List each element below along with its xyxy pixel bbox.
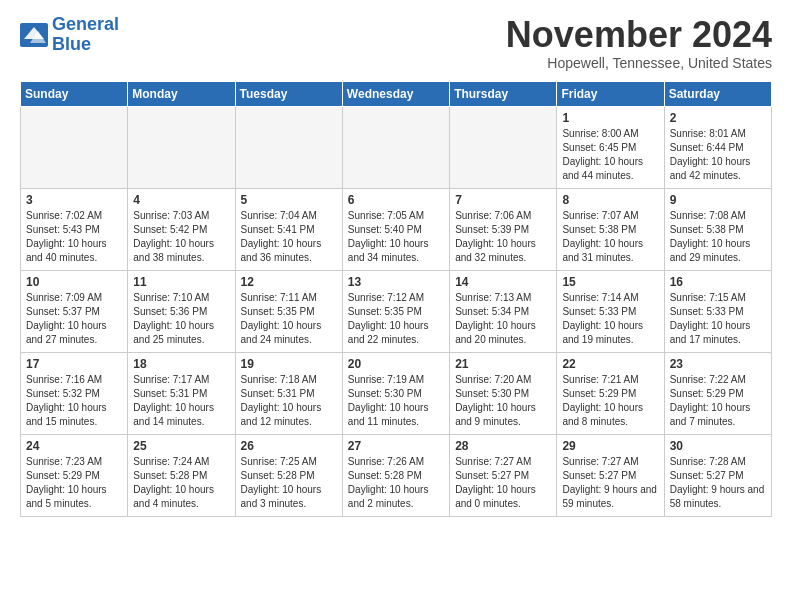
calendar-cell: 16Sunrise: 7:15 AM Sunset: 5:33 PM Dayli… — [664, 270, 771, 352]
day-number: 26 — [241, 439, 337, 453]
calendar-cell: 20Sunrise: 7:19 AM Sunset: 5:30 PM Dayli… — [342, 352, 449, 434]
day-number: 5 — [241, 193, 337, 207]
day-info: Sunrise: 8:01 AM Sunset: 6:44 PM Dayligh… — [670, 127, 766, 183]
calendar-cell: 19Sunrise: 7:18 AM Sunset: 5:31 PM Dayli… — [235, 352, 342, 434]
weekday-header-tuesday: Tuesday — [235, 81, 342, 106]
calendar-cell — [21, 106, 128, 188]
day-info: Sunrise: 7:09 AM Sunset: 5:37 PM Dayligh… — [26, 291, 122, 347]
day-number: 23 — [670, 357, 766, 371]
day-info: Sunrise: 7:22 AM Sunset: 5:29 PM Dayligh… — [670, 373, 766, 429]
day-number: 21 — [455, 357, 551, 371]
day-info: Sunrise: 7:27 AM Sunset: 5:27 PM Dayligh… — [562, 455, 658, 511]
day-number: 15 — [562, 275, 658, 289]
day-number: 2 — [670, 111, 766, 125]
calendar-cell — [450, 106, 557, 188]
calendar-cell: 24Sunrise: 7:23 AM Sunset: 5:29 PM Dayli… — [21, 434, 128, 516]
day-number: 19 — [241, 357, 337, 371]
calendar-cell: 1Sunrise: 8:00 AM Sunset: 6:45 PM Daylig… — [557, 106, 664, 188]
day-number: 18 — [133, 357, 229, 371]
day-number: 9 — [670, 193, 766, 207]
weekday-header-saturday: Saturday — [664, 81, 771, 106]
weekday-header-sunday: Sunday — [21, 81, 128, 106]
calendar-cell — [235, 106, 342, 188]
weekday-header-row: SundayMondayTuesdayWednesdayThursdayFrid… — [21, 81, 772, 106]
calendar-cell: 3Sunrise: 7:02 AM Sunset: 5:43 PM Daylig… — [21, 188, 128, 270]
day-number: 25 — [133, 439, 229, 453]
day-info: Sunrise: 7:16 AM Sunset: 5:32 PM Dayligh… — [26, 373, 122, 429]
calendar-cell: 6Sunrise: 7:05 AM Sunset: 5:40 PM Daylig… — [342, 188, 449, 270]
day-info: Sunrise: 7:08 AM Sunset: 5:38 PM Dayligh… — [670, 209, 766, 265]
day-number: 17 — [26, 357, 122, 371]
day-info: Sunrise: 7:21 AM Sunset: 5:29 PM Dayligh… — [562, 373, 658, 429]
calendar-cell: 30Sunrise: 7:28 AM Sunset: 5:27 PM Dayli… — [664, 434, 771, 516]
day-number: 24 — [26, 439, 122, 453]
day-info: Sunrise: 7:03 AM Sunset: 5:42 PM Dayligh… — [133, 209, 229, 265]
calendar-cell: 13Sunrise: 7:12 AM Sunset: 5:35 PM Dayli… — [342, 270, 449, 352]
calendar-cell: 21Sunrise: 7:20 AM Sunset: 5:30 PM Dayli… — [450, 352, 557, 434]
calendar-cell: 10Sunrise: 7:09 AM Sunset: 5:37 PM Dayli… — [21, 270, 128, 352]
logo-icon — [20, 23, 48, 47]
calendar-cell: 15Sunrise: 7:14 AM Sunset: 5:33 PM Dayli… — [557, 270, 664, 352]
day-info: Sunrise: 7:02 AM Sunset: 5:43 PM Dayligh… — [26, 209, 122, 265]
day-number: 7 — [455, 193, 551, 207]
week-row-2: 3Sunrise: 7:02 AM Sunset: 5:43 PM Daylig… — [21, 188, 772, 270]
day-number: 8 — [562, 193, 658, 207]
day-number: 14 — [455, 275, 551, 289]
title-block: November 2024 Hopewell, Tennessee, Unite… — [506, 15, 772, 71]
calendar-cell: 26Sunrise: 7:25 AM Sunset: 5:28 PM Dayli… — [235, 434, 342, 516]
calendar-cell: 12Sunrise: 7:11 AM Sunset: 5:35 PM Dayli… — [235, 270, 342, 352]
day-info: Sunrise: 7:14 AM Sunset: 5:33 PM Dayligh… — [562, 291, 658, 347]
calendar-cell — [342, 106, 449, 188]
day-info: Sunrise: 7:26 AM Sunset: 5:28 PM Dayligh… — [348, 455, 444, 511]
month-title: November 2024 — [506, 15, 772, 55]
day-number: 12 — [241, 275, 337, 289]
logo-line1: General — [52, 14, 119, 34]
day-number: 11 — [133, 275, 229, 289]
weekday-header-thursday: Thursday — [450, 81, 557, 106]
calendar-cell: 8Sunrise: 7:07 AM Sunset: 5:38 PM Daylig… — [557, 188, 664, 270]
day-number: 16 — [670, 275, 766, 289]
logo-line2: Blue — [52, 34, 91, 54]
calendar-cell: 9Sunrise: 7:08 AM Sunset: 5:38 PM Daylig… — [664, 188, 771, 270]
day-info: Sunrise: 7:11 AM Sunset: 5:35 PM Dayligh… — [241, 291, 337, 347]
day-info: Sunrise: 7:06 AM Sunset: 5:39 PM Dayligh… — [455, 209, 551, 265]
day-info: Sunrise: 7:25 AM Sunset: 5:28 PM Dayligh… — [241, 455, 337, 511]
calendar-cell: 29Sunrise: 7:27 AM Sunset: 5:27 PM Dayli… — [557, 434, 664, 516]
day-info: Sunrise: 7:24 AM Sunset: 5:28 PM Dayligh… — [133, 455, 229, 511]
week-row-4: 17Sunrise: 7:16 AM Sunset: 5:32 PM Dayli… — [21, 352, 772, 434]
day-info: Sunrise: 7:15 AM Sunset: 5:33 PM Dayligh… — [670, 291, 766, 347]
day-number: 27 — [348, 439, 444, 453]
day-info: Sunrise: 7:19 AM Sunset: 5:30 PM Dayligh… — [348, 373, 444, 429]
calendar-cell: 25Sunrise: 7:24 AM Sunset: 5:28 PM Dayli… — [128, 434, 235, 516]
day-number: 29 — [562, 439, 658, 453]
day-number: 10 — [26, 275, 122, 289]
day-info: Sunrise: 7:13 AM Sunset: 5:34 PM Dayligh… — [455, 291, 551, 347]
calendar-table: SundayMondayTuesdayWednesdayThursdayFrid… — [20, 81, 772, 517]
page-header: General Blue November 2024 Hopewell, Ten… — [20, 15, 772, 71]
calendar-cell: 11Sunrise: 7:10 AM Sunset: 5:36 PM Dayli… — [128, 270, 235, 352]
calendar-cell: 17Sunrise: 7:16 AM Sunset: 5:32 PM Dayli… — [21, 352, 128, 434]
day-info: Sunrise: 7:05 AM Sunset: 5:40 PM Dayligh… — [348, 209, 444, 265]
day-number: 22 — [562, 357, 658, 371]
day-info: Sunrise: 8:00 AM Sunset: 6:45 PM Dayligh… — [562, 127, 658, 183]
day-info: Sunrise: 7:17 AM Sunset: 5:31 PM Dayligh… — [133, 373, 229, 429]
week-row-1: 1Sunrise: 8:00 AM Sunset: 6:45 PM Daylig… — [21, 106, 772, 188]
calendar-cell: 2Sunrise: 8:01 AM Sunset: 6:44 PM Daylig… — [664, 106, 771, 188]
day-info: Sunrise: 7:20 AM Sunset: 5:30 PM Dayligh… — [455, 373, 551, 429]
weekday-header-monday: Monday — [128, 81, 235, 106]
day-number: 20 — [348, 357, 444, 371]
calendar-cell: 28Sunrise: 7:27 AM Sunset: 5:27 PM Dayli… — [450, 434, 557, 516]
calendar-cell: 14Sunrise: 7:13 AM Sunset: 5:34 PM Dayli… — [450, 270, 557, 352]
day-number: 30 — [670, 439, 766, 453]
weekday-header-friday: Friday — [557, 81, 664, 106]
day-info: Sunrise: 7:23 AM Sunset: 5:29 PM Dayligh… — [26, 455, 122, 511]
day-info: Sunrise: 7:28 AM Sunset: 5:27 PM Dayligh… — [670, 455, 766, 511]
location: Hopewell, Tennessee, United States — [506, 55, 772, 71]
day-number: 1 — [562, 111, 658, 125]
weekday-header-wednesday: Wednesday — [342, 81, 449, 106]
day-info: Sunrise: 7:10 AM Sunset: 5:36 PM Dayligh… — [133, 291, 229, 347]
day-number: 28 — [455, 439, 551, 453]
week-row-3: 10Sunrise: 7:09 AM Sunset: 5:37 PM Dayli… — [21, 270, 772, 352]
day-info: Sunrise: 7:27 AM Sunset: 5:27 PM Dayligh… — [455, 455, 551, 511]
day-info: Sunrise: 7:07 AM Sunset: 5:38 PM Dayligh… — [562, 209, 658, 265]
